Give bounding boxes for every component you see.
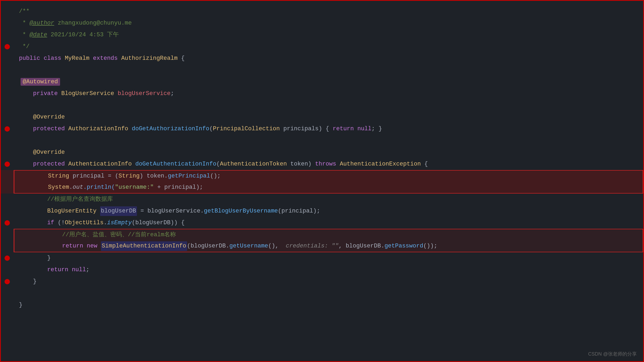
normal-token: ) token. [140, 172, 168, 181]
gutter-22 [1, 252, 14, 264]
code-line-5: public class MyRealm extends Authorizing… [1, 53, 643, 64]
class-token: BlogUserService [61, 89, 117, 98]
class-token: BlogUserEntity [47, 207, 100, 216]
code-line-6 [1, 64, 643, 76]
normal-token: { [178, 54, 184, 63]
normal-token: . [104, 218, 107, 227]
normal-token: principals) { [283, 124, 333, 133]
code-editor: /** * @author zhangxudong@chunyu.me * @d… [1, 1, 643, 316]
gutter-3 [1, 29, 14, 41]
class-token: AuthorizingRealm [121, 54, 178, 63]
code-line-15: String principal = (String) token.getPri… [1, 170, 643, 182]
func-token: getUsername [229, 242, 268, 251]
indent [19, 265, 47, 274]
normal-token: principal = ( [73, 172, 119, 181]
code-line-12 [1, 135, 643, 147]
func-token: doGetAuthorizationInfo [132, 124, 209, 133]
gutter-19 [1, 217, 14, 229]
code-line-2: * @author zhangxudong@chunyu.me [1, 17, 643, 29]
line-content-23: return null; [14, 264, 643, 276]
line-content-22: } [14, 252, 643, 264]
line-content-10: @Override [14, 111, 643, 123]
comment-token: /** [19, 7, 30, 16]
code-line-16: System.out.println("username:" + princip… [1, 182, 643, 194]
indent [19, 195, 47, 204]
gutter-4 [1, 41, 14, 53]
code-line-24: } [1, 276, 643, 288]
code-line-20: //用户名、盐值、密码、//当前realm名称 [1, 229, 643, 241]
normal-token: } [19, 301, 22, 310]
line-content-9 [14, 100, 643, 111]
line-content-4: */ [14, 41, 643, 53]
keyword-token: null [357, 124, 371, 133]
code-line-25 [1, 288, 643, 299]
line-content-14: protected AuthenticationInfo doGetAuthen… [14, 158, 643, 170]
indent [20, 242, 62, 251]
line-content-26: } [14, 299, 643, 311]
gutter-21 [1, 241, 14, 252]
normal-token: , blogUserDB. [339, 242, 384, 251]
indent [19, 218, 47, 227]
keyword-token: return [333, 124, 357, 133]
code-line-11: protected AuthorizationInfo doGetAuthori… [1, 123, 643, 135]
class-token: String [48, 172, 73, 181]
normal-token: (blogUserDB)) { [132, 218, 185, 227]
func-token: getBlogUserByUsername [204, 207, 278, 216]
gutter-1 [1, 6, 14, 17]
gutter-14 [1, 158, 14, 170]
line-content-15: String principal = (String) token.getPri… [14, 170, 643, 182]
code-line-10: @Override [1, 111, 643, 123]
indent [19, 277, 33, 286]
normal-token: (! [58, 218, 65, 227]
func-token: .println( [83, 183, 115, 192]
gutter-10 [1, 111, 14, 123]
var-token: blogUserService [118, 89, 171, 98]
class-token: String [119, 172, 140, 181]
class-token: System [48, 183, 69, 192]
throws-keyword: throws [315, 160, 340, 169]
annotation-token: @Override [33, 113, 65, 122]
breakpoint-indicator [5, 255, 10, 261]
code-line-4: */ [1, 41, 643, 53]
gutter-16 [1, 182, 14, 194]
line-content-19: if (!ObjectUtils.isEmpty(blogUserDB)) { [14, 217, 643, 229]
line-content-8: private BlogUserService blogUserService; [14, 88, 643, 100]
gutter-12 [1, 135, 14, 147]
gutter-2 [1, 17, 14, 29]
code-line-9 [1, 100, 643, 111]
indent [19, 254, 47, 263]
code-line-23: return null; [1, 264, 643, 276]
code-line-17: //根据用户名查询数据库 [1, 194, 643, 205]
code-line-22: } [1, 252, 643, 264]
code-line-14: protected AuthenticationInfo doGetAuthen… [1, 158, 643, 170]
gutter-23 [1, 264, 14, 276]
gutter-17 [1, 194, 14, 205]
comment-token: * @author zhangxudong@chunyu.me [19, 19, 132, 28]
line-content-2: * @author zhangxudong@chunyu.me [14, 17, 643, 29]
breakpoint-indicator [5, 220, 10, 226]
indent [19, 89, 33, 98]
gutter-18 [1, 205, 14, 217]
line-content-25 [14, 288, 643, 299]
normal-token: ; [171, 89, 174, 98]
line-content-21: return new SimpleAuthenticationInfo(blog… [14, 241, 643, 252]
class-token: AuthenticationToken [220, 160, 290, 169]
line-content-13: @Override [14, 147, 643, 158]
code-line-21: return new SimpleAuthenticationInfo(blog… [1, 241, 643, 252]
line-content-3: * @date 2021/10/24 4:53 下午 [14, 29, 643, 41]
breakpoint-indicator [5, 44, 10, 49]
code-line-3: * @date 2021/10/24 4:53 下午 [1, 29, 643, 41]
normal-token: (blogUserDB. [187, 242, 229, 251]
indent [19, 207, 47, 216]
indent [20, 172, 48, 181]
code-line-18: BlogUserEntity blogUserDB = blogUserServ… [1, 205, 643, 217]
normal-token: ; [86, 265, 89, 274]
gutter-5 [1, 53, 14, 64]
line-content-24: } [14, 276, 643, 288]
code-line-19: if (!ObjectUtils.isEmpty(blogUserDB)) { [1, 217, 643, 229]
comment-token: */ [19, 42, 30, 51]
indent [20, 183, 48, 192]
gutter-8 [1, 88, 14, 100]
gutter-15 [1, 170, 14, 182]
comment-token: //根据用户名查询数据库 [47, 195, 113, 204]
